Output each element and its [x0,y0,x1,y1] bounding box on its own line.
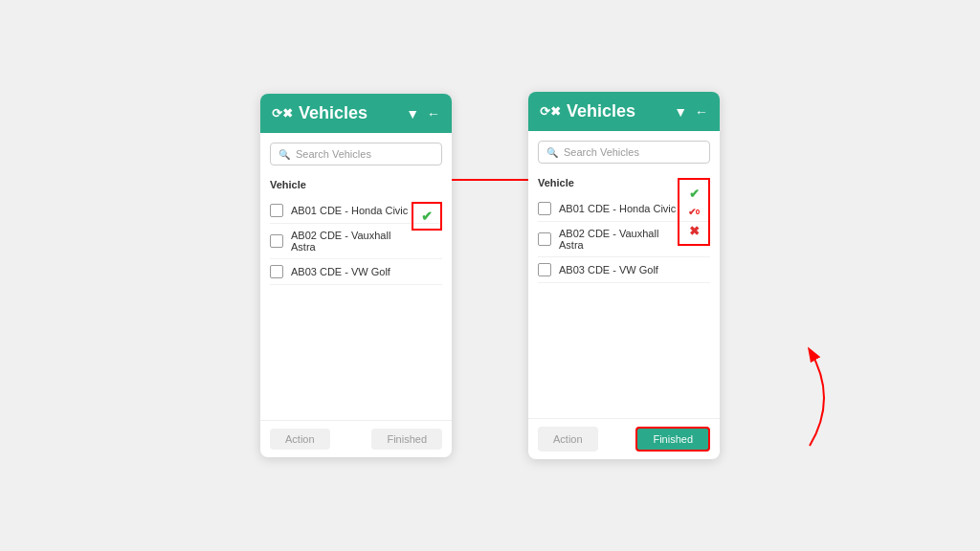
left-vehicle-row-3: AB03 CDE - VW Golf [270,259,442,285]
logo-icon-right: ⟳✖ [540,104,561,119]
left-phone: ⟳✖ Vehicles ▼ ← 🔍 Search Vehicles Vehicl… [260,94,452,457]
left-action-btn[interactable]: Action [270,429,330,450]
right-title: Vehicles [567,101,635,121]
right-header: ⟳✖ Vehicles ▼ ← [528,92,720,131]
left-vehicle-row-2: AB02 CDE - Vauxhall Astra [270,224,442,259]
left-vehicle-row-1: AB01 CDE - Honda Civic ✔ [270,198,442,224]
phones-container: ⟳✖ Vehicles ▼ ← 🔍 Search Vehicles Vehicl… [260,92,720,459]
right-finished-btn[interactable]: Finished [635,427,710,452]
left-search-placeholder: Search Vehicles [296,148,371,160]
right-checkbox-3[interactable] [538,263,551,276]
right-footer: Action Finished [528,418,720,459]
logo-icon-left: ⟳✖ [272,106,293,121]
right-filter-icon[interactable]: ▼ [674,104,687,120]
left-finished-btn[interactable]: Finished [371,429,442,450]
left-search-bar[interactable]: 🔍 Search Vehicles [270,143,442,165]
right-vehicle-name-3: AB03 CDE - VW Golf [559,264,681,276]
left-header: ⟳✖ Vehicles ▼ ← [260,94,452,133]
left-checkbox-3[interactable] [270,265,283,278]
right-warning-icon-2: ✔0 [688,207,700,217]
right-phone: ⟳✖ Vehicles ▼ ← 🔍 Search Vehicles Vehicl… [528,92,720,459]
right-search-placeholder: Search Vehicles [564,146,639,158]
left-checkbox-2[interactable] [270,234,283,248]
left-back-icon[interactable]: ← [427,106,440,121]
right-action-btn[interactable]: Action [538,427,598,452]
right-vehicle-row-3: AB03 CDE - VW Golf [538,257,710,283]
right-cross-icon-3: ✖ [683,220,704,241]
right-vehicle-name-1: AB01 CDE - Honda Civic [559,203,681,214]
right-body: 🔍 Search Vehicles Vehicle AB01 CDE - Hon… [528,131,720,418]
right-checkbox-1[interactable] [538,202,551,215]
left-vehicle-name-2: AB02 CDE - Vauxhall Astra [291,230,413,253]
right-search-icon: 🔍 [546,147,558,158]
right-search-bar[interactable]: 🔍 Search Vehicles [538,141,710,164]
right-checkbox-2[interactable] [538,232,551,246]
curved-arrow [781,341,838,455]
scene: ⟳✖ Vehicles ▼ ← 🔍 Search Vehicles Vehicl… [0,0,980,551]
left-title: Vehicles [299,103,368,123]
right-check-icon-1: ✔ [683,183,704,204]
left-footer: Action Finished [260,420,452,457]
left-body: 🔍 Search Vehicles Vehicle AB01 CDE - Hon… [260,133,452,420]
left-checkbox-1[interactable] [270,204,283,217]
left-vehicle-name-3: AB03 CDE - VW Golf [291,266,413,277]
left-vehicle-name-1: AB01 CDE - Honda Civic [291,205,413,216]
left-search-icon: 🔍 [278,149,290,160]
right-status-box: ✔ ✔0 ✖ [678,178,710,246]
right-back-icon[interactable]: ← [695,104,708,120]
right-vehicle-name-2: AB02 CDE - Vauxhall Astra [559,228,681,251]
left-logo: ⟳✖ Vehicles [272,103,398,123]
left-column-header: Vehicle [270,175,442,194]
right-logo: ⟳✖ Vehicles [540,101,666,121]
left-filter-icon[interactable]: ▼ [406,106,419,121]
